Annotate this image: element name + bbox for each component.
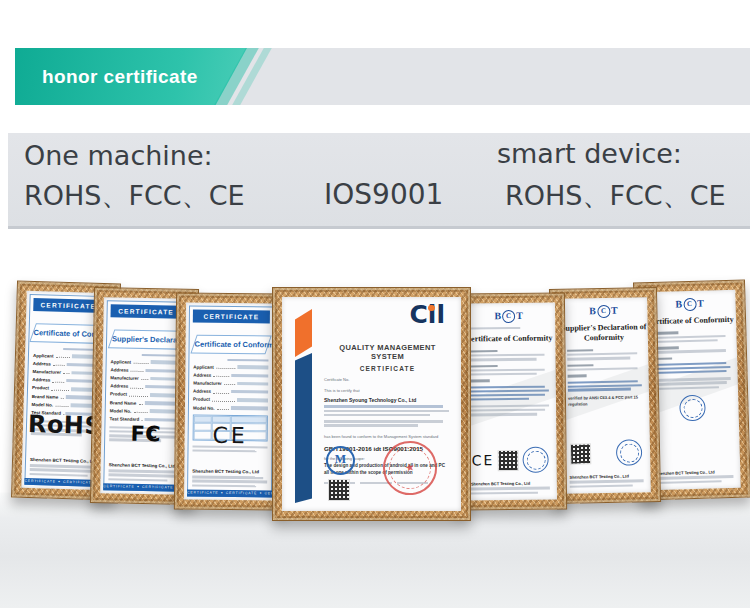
bct-logo-letter: B: [675, 298, 682, 309]
bct-logo-circled-letter: C: [683, 298, 696, 311]
bct-logo-letter: B: [589, 305, 596, 316]
section-banner: honor certificate: [15, 48, 750, 105]
ce-mark: CE: [185, 423, 276, 449]
text-line: [656, 480, 722, 484]
text-line: [108, 474, 177, 478]
bct-logo-letter: B: [494, 310, 501, 321]
summary-left-title: One machine:: [24, 140, 213, 171]
certificate-paper: BCT Supplier's Declaration of Conformity…: [559, 297, 651, 494]
certificate-title: QUALITY MANAGEMENT SYSTEM CERTIFICATE: [324, 343, 451, 372]
certificate-frame-ce: CERTIFICATE Certificate of Conformity Ap…: [174, 292, 287, 510]
cil-logo-dot: [428, 305, 435, 312]
title-line: CERTIFICATE: [324, 365, 451, 372]
bct-logo: BCT: [462, 310, 555, 324]
title-line: Conformity: [560, 333, 648, 345]
certificate-footer: Shenzhen BCT Testing Co., Ltd: [192, 469, 267, 487]
accreditation-logo: M: [326, 446, 355, 475]
text-line: [652, 339, 718, 343]
text-line: [470, 358, 537, 361]
text-line: [470, 368, 545, 371]
blue-seal-stamp: [522, 447, 548, 473]
certificate-title: Certificate of Conformity: [34, 324, 102, 343]
certificate-header: CERTIFICATE: [193, 310, 270, 324]
certificate-footer: Shenzhen BCT Testing Co., Ltd: [570, 473, 644, 488]
qr-code: [570, 443, 591, 464]
certificate-footer: Shenzhen BCT Testing Co., Ltd: [108, 463, 177, 482]
text-line: [324, 410, 449, 412]
text-line: [324, 405, 443, 408]
fcc-logo-letter: C: [148, 427, 157, 441]
certificate-title: Certificate of Conformity: [644, 315, 736, 328]
text-line: [652, 349, 726, 353]
bct-logo: BCT: [559, 304, 647, 319]
text-line: [324, 424, 418, 426]
title-line: QUALITY MANAGEMENT SYSTEM: [324, 343, 451, 361]
certificate-paper: BCT Certificate of Conformity: [462, 303, 557, 501]
bct-logo-circled-letter: C: [597, 305, 610, 318]
certificate-title: Supplier's Declaration of Conformity: [560, 322, 648, 344]
summary-left-items: ROHS、FCC、CE: [24, 178, 245, 214]
text-line: [471, 487, 550, 490]
text-line: [568, 374, 587, 377]
text-line: [192, 476, 263, 479]
cil-logo-text: Cil: [410, 300, 446, 329]
blue-seal-stamp: [679, 395, 706, 422]
certificate-title: Certificate of Conformity: [462, 334, 555, 345]
certificate-footer: Shenzhen BCT Testing Co., Ltd: [30, 457, 98, 476]
fcc-logo-letter: F: [130, 422, 145, 446]
section-title: honor certificate: [42, 48, 198, 105]
certify-line: This is to certify that: [324, 388, 449, 393]
text-line: [567, 364, 593, 367]
ce-mark: CE: [472, 452, 495, 468]
certificate-footer: Shenzhen BCT Testing Co., Ltd: [655, 469, 733, 485]
certificate-title-box: Certificate of Conformity: [191, 335, 272, 355]
certificate-header: CERTIFICATE: [111, 304, 182, 318]
text-line: [567, 357, 630, 361]
summary-right-items: ROHS、FCC、CE: [505, 178, 726, 214]
text-line: [567, 349, 593, 352]
summary-center-item: IOS9001: [324, 178, 443, 211]
certificate-footer-strip: CERTIFICATE ✦ CERTIFICATE ✦ CERTIFICATE: [187, 490, 272, 498]
text-line: [470, 380, 490, 383]
bct-logo-letter: T: [611, 305, 618, 316]
blue-seal-stamp: [616, 439, 642, 465]
text-line: [570, 480, 644, 484]
honor-certificate-section: honor certificate One machine: ROHS、FCC、…: [0, 0, 750, 608]
certificate-number-label: Certificate No.: [324, 377, 449, 382]
text-line: [324, 420, 443, 422]
issuer-name: Shenzhen BCT Testing Co., Ltd: [570, 473, 644, 479]
text-line: [567, 352, 637, 356]
certificate-title-box: Supplier's Declaration: [107, 329, 184, 349]
bct-logo-letter: T: [697, 298, 704, 309]
certificate-body: [651, 330, 730, 360]
ribbon-blue: [295, 353, 312, 503]
marks-row: [570, 439, 642, 466]
text-line: [192, 480, 267, 483]
certificate-paper: Cil QUALITY MANAGEMENT SYSTEM CERTIFICAT…: [282, 297, 461, 511]
ribbon-orange: [295, 309, 312, 357]
certificate-paper: CERTIFICATE Certificate of Conformity Ap…: [184, 303, 277, 501]
certificate-title: Supplier's Declaration: [111, 330, 179, 348]
certificate-frame-iso9001: Cil QUALITY MANAGEMENT SYSTEM CERTIFICAT…: [272, 287, 471, 521]
issuer-name: Shenzhen BCT Testing Co., Ltd: [471, 480, 550, 486]
certificate-footer-strip: CERTIFICATE ✦ CERTIFICATE ✦ CERTIFICATE: [103, 483, 182, 492]
text-line: [109, 470, 175, 474]
issuer-name: Shenzhen BCT Testing Co., Ltd: [655, 469, 733, 476]
issuer-name: Shenzhen BCT Testing Co., Ltd: [109, 463, 178, 469]
text-line: [470, 373, 537, 376]
text-line: [471, 491, 538, 494]
bct-logo-letter: T: [516, 310, 523, 321]
conformity-line: has been found to conform to the Managem…: [324, 434, 449, 439]
qr-code: [498, 449, 519, 470]
cil-logo: Cil: [410, 302, 446, 327]
text-line: [469, 350, 497, 353]
certified-company: Shenzhen Syoung Technology Co., Ltd: [324, 397, 449, 403]
issuer-name: Shenzhen BCT Testing Co., Ltd: [192, 469, 267, 475]
text-line: [470, 365, 498, 368]
certificate-title: Certificate of Conformity: [195, 336, 268, 354]
marks-row: CE: [471, 447, 548, 474]
text-line: [570, 484, 633, 488]
issuer-name: Shenzhen BCT Testing Co., Ltd: [30, 457, 98, 464]
qr-code: [328, 479, 350, 501]
certificate-footer: Shenzhen BCT Testing Co., Ltd: [471, 480, 550, 494]
